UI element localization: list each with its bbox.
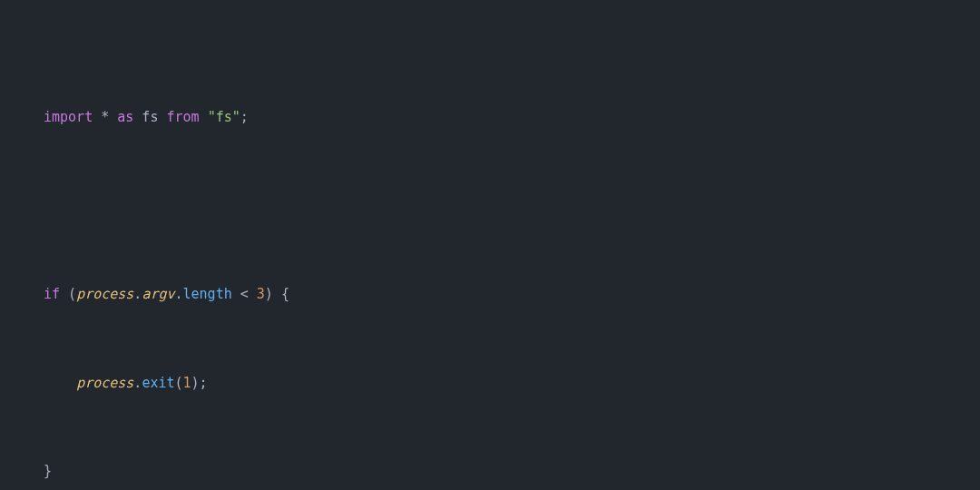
token-keyword: if	[44, 286, 60, 302]
token: fs	[133, 109, 166, 125]
code-line[interactable]: }	[44, 456, 980, 486]
token-number: 1	[183, 375, 191, 391]
code-line[interactable]: import * as fs from "fs";	[44, 103, 980, 132]
token-prop: length	[183, 286, 232, 302]
token-var: argv	[142, 286, 174, 302]
token: (	[60, 286, 76, 302]
token	[44, 375, 76, 391]
code-editor[interactable]: import * as fs from "fs"; if (process.ar…	[0, 0, 980, 490]
token: .	[175, 286, 183, 302]
token-keyword: import	[44, 109, 93, 125]
token: (	[175, 375, 183, 391]
token: ;	[240, 109, 249, 125]
token-number: 3	[257, 286, 265, 302]
token-func: exit	[142, 375, 174, 391]
token: <	[232, 286, 257, 302]
code-line[interactable]: process.exit(1);	[44, 368, 980, 398]
code-line[interactable]: if (process.argv.length < 3) {	[44, 279, 980, 309]
token-var: process	[76, 375, 133, 391]
token: *	[93, 109, 117, 125]
token-keyword: from	[166, 109, 199, 125]
token	[200, 109, 208, 125]
token-string: "fs"	[208, 109, 240, 125]
token: }	[44, 463, 52, 479]
token-keyword: as	[117, 109, 133, 125]
token: );	[191, 375, 208, 391]
code-line[interactable]	[44, 191, 980, 221]
token-var: process	[76, 286, 133, 302]
token: ) {	[265, 286, 289, 302]
